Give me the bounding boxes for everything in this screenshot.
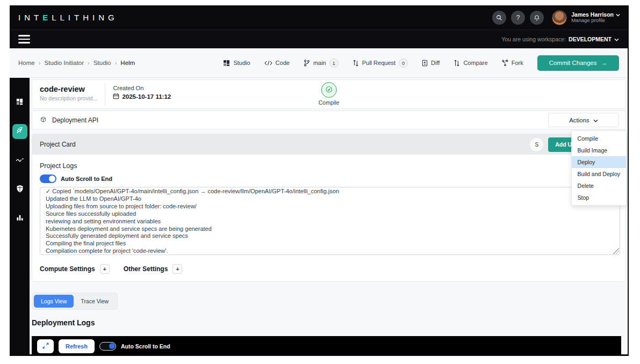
tab-compare-label: Compare [463, 60, 487, 66]
search-button[interactable] [492, 11, 506, 25]
cube-icon [40, 116, 47, 125]
menu-icon[interactable] [18, 33, 30, 46]
arrow-right-icon: → [601, 60, 608, 66]
commit-changes-button[interactable]: Commit Changes → [537, 55, 619, 71]
created-on-value: 2025-10-17 11:12 [122, 93, 171, 100]
breadcrumb-separator: › [115, 60, 117, 66]
compute-settings-add-button[interactable]: + [100, 264, 110, 274]
manage-profile-link[interactable]: Manage profile [571, 18, 620, 24]
breadcrumb-separator: › [39, 60, 41, 66]
sidebar-item-metrics[interactable] [12, 211, 27, 226]
brand-logo: INTELLITHING [18, 13, 118, 22]
project-logs-textarea[interactable]: ✓ Copied `models/OpenAI/GPT-4o/main/inte… [40, 187, 620, 255]
calendar-icon [113, 93, 119, 100]
sidebar-item-dashboard[interactable] [12, 95, 27, 110]
log-line: reviewing and setting environment variab… [46, 218, 612, 225]
tab-code-label: Code [276, 60, 290, 66]
chevron-down-icon [593, 117, 598, 123]
project-card-title: Project Card [40, 141, 76, 148]
compile-status-label: Compile [319, 99, 340, 106]
chevron-down-icon [616, 11, 620, 18]
pull-request-icon [353, 60, 359, 67]
refresh-button[interactable]: Refresh [59, 339, 95, 353]
diff-file-icon [422, 60, 428, 67]
console-autoscroll-toggle[interactable] [99, 342, 116, 351]
menu-item-build-and-deploy[interactable]: Build and Deploy [572, 168, 626, 180]
breadcrumb-home[interactable]: Home [18, 60, 35, 66]
app-window: INTELLITHING ? James Harrison Manage pro… [10, 5, 629, 356]
resize-grip[interactable] [613, 248, 619, 254]
compute-settings-label: Compute Settings [40, 265, 95, 273]
actions-label: Actions [569, 117, 589, 123]
breadcrumb: Home › Studio Initiator › Studio › Helm [18, 60, 135, 66]
user-menu[interactable]: James Harrison Manage profile [552, 10, 620, 25]
tab-code[interactable]: Code [264, 60, 290, 66]
breadcrumb-toolbar-row: Home › Studio Initiator › Studio › Helm … [10, 48, 628, 78]
project-description: No description provid... [40, 95, 97, 101]
help-button[interactable]: ? [511, 11, 525, 25]
brand-logo-text: INT [18, 13, 42, 22]
actions-dropdown-button[interactable]: Actions [548, 113, 619, 127]
bar-chart-icon [16, 214, 24, 223]
brand-logo-text: LLITHING [52, 13, 118, 22]
fork-button[interactable]: Fork [502, 60, 523, 66]
tab-studio-label: Studio [233, 60, 250, 66]
menu-item-deploy[interactable]: Deploy [572, 156, 626, 168]
log-line: Successfully generated deployment and se… [46, 232, 612, 240]
log-line: ✓ Copied `models/OpenAI/GPT-4o/main/inte… [46, 188, 612, 195]
help-icon: ? [516, 14, 520, 21]
trend-line-icon [16, 156, 24, 165]
dashboard-grid-icon [16, 98, 24, 108]
tab-trace-view[interactable]: Trace View [74, 295, 116, 308]
breadcrumb-studio[interactable]: Studio [94, 60, 111, 66]
shield-icon [16, 185, 24, 195]
view-tabs: Logs View Trace View [32, 293, 118, 310]
menu-item-delete[interactable]: Delete [572, 180, 626, 192]
project-header-card: code-review No description provid... Cre… [32, 79, 626, 109]
log-line: Compiling the final project files [46, 240, 612, 247]
member-avatar[interactable]: S [529, 137, 544, 152]
expand-console-button[interactable] [37, 339, 54, 353]
branch-selector[interactable]: main 1 [304, 59, 339, 68]
menu-item-build-image[interactable]: Build Image [572, 144, 626, 156]
sidebar-item-deploy[interactable] [12, 124, 27, 139]
breadcrumb-separator: › [88, 60, 90, 66]
other-settings-add-button[interactable]: + [172, 264, 182, 274]
rocket-icon [16, 127, 24, 137]
created-on-label: Created On [113, 85, 171, 91]
log-line: Updated the LLM to OpenAI/GPT-4o [46, 195, 612, 203]
repo-toolbar: Studio Code main 1 Pull Request 0 Diff [223, 55, 619, 71]
notifications-button[interactable] [530, 11, 544, 25]
deployment-logs-title: Deployment Logs [32, 318, 626, 327]
breadcrumb-helm[interactable]: Helm [120, 60, 135, 66]
menu-item-compile[interactable]: Compile [572, 133, 626, 144]
workspace-prefix: You are using workspace: [501, 36, 566, 42]
project-logs-title: Project Logs [40, 162, 620, 170]
tab-logs-view[interactable]: Logs View [34, 295, 74, 308]
top-bar: INTELLITHING ? James Harrison Manage pro… [10, 5, 628, 30]
workspace-selector[interactable]: DEVELOPMENT [569, 36, 612, 42]
chevron-down-icon [614, 36, 619, 42]
project-name: code-review [40, 85, 97, 93]
menu-item-stop[interactable]: Stop [572, 192, 626, 203]
tab-compare[interactable]: Compare [454, 60, 487, 67]
project-card-header: Project Card S Add User + [32, 134, 625, 155]
pull-request-label: Pull Request [362, 60, 395, 66]
deployment-logs-console: Refresh Auto Scroll to End 1 No Logs Ava… [32, 336, 621, 354]
sidebar-item-analytics[interactable] [12, 153, 27, 168]
brand-logo-e: E [42, 13, 52, 22]
actions-dropdown-menu: Compile Build Image Deploy Build and Dep… [571, 130, 627, 206]
sidebar-item-security[interactable] [12, 182, 27, 197]
fork-label: Fork [512, 60, 523, 66]
tab-diff-label: Diff [431, 60, 440, 66]
log-line: Uploading files from source to project f… [46, 203, 612, 210]
tab-diff[interactable]: Diff [422, 60, 440, 67]
tab-pull-request[interactable]: Pull Request 0 [353, 59, 408, 68]
autoscroll-toggle[interactable] [40, 174, 56, 183]
compile-status-node[interactable]: Compile [319, 82, 340, 106]
breadcrumb-studio-initiator[interactable]: Studio Initiator [45, 60, 84, 66]
tab-studio[interactable]: Studio [223, 60, 250, 67]
project-card-section: Project Card S Add User + Project Logs A… [32, 134, 626, 282]
log-line: Source files successfully uploaded [46, 210, 612, 218]
deployment-api-title: Deployment API [52, 117, 98, 124]
